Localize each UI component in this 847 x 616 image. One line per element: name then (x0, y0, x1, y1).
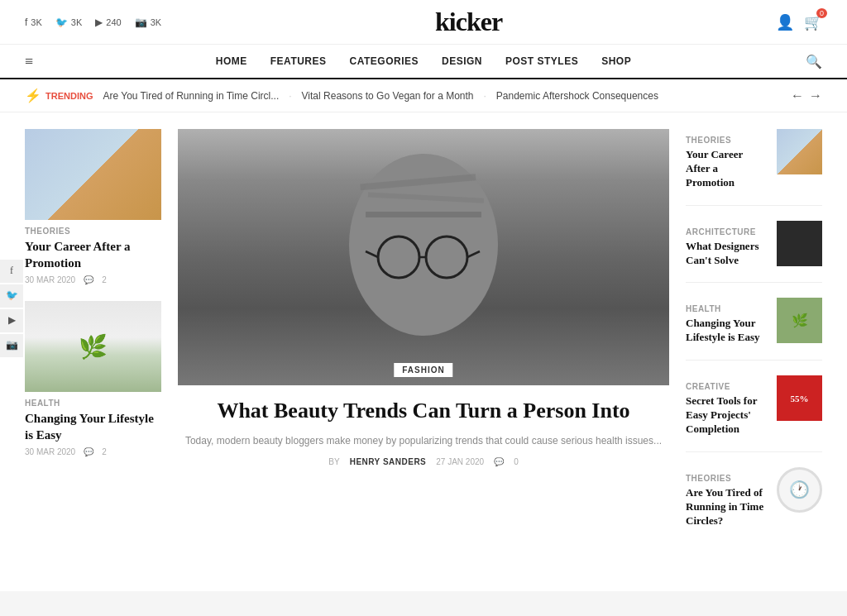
youtube-link[interactable]: ▶ 240 (95, 17, 121, 28)
right-article-2-category: ARCHITECTURE (686, 227, 768, 236)
left-article-2-comments: 2 (102, 447, 107, 456)
main-content: THEORIES Your Career After a Promotion 3… (0, 112, 847, 575)
youtube-icon: ▶ (95, 17, 103, 28)
trending-nav: ← → (791, 88, 822, 103)
feature-title: What Beauty Trends Can Turn a Person Int… (178, 397, 669, 425)
social-float-bar: f 🐦 ▶ 📷 (0, 260, 23, 357)
feature-author-line: BY HENRY SANDERS 27 JAN 2020 💬 0 (178, 457, 669, 466)
left-article-1-title[interactable]: Your Career After a Promotion (25, 239, 161, 271)
feature-comments: 0 (514, 457, 519, 466)
user-icon[interactable]: 👤 (776, 13, 794, 31)
nav-links: HOME FEATURES CATEGORIES DESIGN POST STY… (216, 55, 631, 68)
left-article-2-date: 30 MAR 2020 (25, 447, 75, 456)
right-article-3-image[interactable]: 🌿 (777, 298, 822, 343)
right-article-4-category: CREATIVE (686, 382, 768, 391)
trending-sep-2: · (484, 90, 486, 102)
feature-excerpt: Today, modern beauty bloggers make money… (178, 433, 669, 449)
left-article-2-meta: 30 MAR 2020 💬 2 (25, 447, 161, 456)
left-article-1-date: 30 MAR 2020 (25, 275, 75, 284)
svg-rect-3 (366, 212, 481, 217)
float-instagram[interactable]: 📷 (0, 334, 23, 357)
facebook-icon: f (25, 17, 27, 28)
left-article-2-title[interactable]: Changing Your Lifestyle is Easy (25, 411, 161, 443)
bottom-teaser: 55% CREATIVE Secret Tools for Easy Proje… (0, 591, 847, 616)
right-article-1: THEORIES Your Career After a Promotion (686, 129, 822, 206)
right-article-5-text: THEORIES Are You Tired of Running in Tim… (686, 467, 768, 528)
right-sidebar: THEORIES Your Career After a Promotion A… (686, 129, 822, 558)
right-article-5-image[interactable]: 🕐 (777, 467, 822, 513)
right-article-5-category: THEORIES (686, 474, 768, 483)
search-icon[interactable]: 🔍 (806, 54, 822, 69)
nav-shop[interactable]: SHOP (601, 55, 631, 67)
right-article-4: CREATIVE Secret Tools for Easy Projects'… (686, 375, 822, 452)
left-article-1-meta: 30 MAR 2020 💬 2 (25, 275, 161, 284)
feature-image-wrap: FASHION (178, 129, 669, 385)
facebook-count: 3K (31, 17, 41, 27)
feature-author-name[interactable]: HENRY SANDERS (350, 457, 427, 466)
right-article-1-category: THEORIES (686, 136, 768, 145)
trending-item-3[interactable]: Pandemic Aftershock Consequences (496, 90, 658, 102)
social-links: f 3K 🐦 3K ▶ 240 📷 3K (25, 17, 161, 28)
trending-label: ⚡ TRENDING (25, 88, 93, 103)
youtube-count: 240 (106, 17, 121, 27)
right-article-4-text: CREATIVE Secret Tools for Easy Projects'… (686, 375, 768, 437)
right-article-5: THEORIES Are You Tired of Running in Tim… (686, 467, 822, 543)
top-right-icons: 👤 🛒 0 (776, 13, 822, 31)
site-title: kicker (161, 7, 776, 37)
nav-post-styles[interactable]: POST STYLES (505, 55, 578, 67)
float-youtube[interactable]: ▶ (0, 309, 23, 332)
instagram-count: 3K (151, 17, 161, 27)
trending-text: TRENDING (45, 91, 93, 101)
trending-item-2[interactable]: Vital Reasons to Go Vegan for a Month (302, 90, 474, 102)
left-article-2: 🌿 HEALTH Changing Your Lifestyle is Easy… (25, 301, 161, 456)
left-article-2-image[interactable]: 🌿 (25, 301, 161, 392)
cart-badge: 0 (816, 8, 827, 18)
right-article-3-text: HEALTH Changing Your Lifestyle is Easy (686, 298, 768, 345)
feature-comment-icon: 💬 (494, 457, 504, 466)
right-article-1-text: THEORIES Your Career After a Promotion (686, 129, 768, 190)
right-article-4-title[interactable]: Secret Tools for Easy Projects' Completi… (686, 394, 768, 437)
left-article-2-category: HEALTH (25, 399, 161, 408)
right-article-2: ARCHITECTURE What Designers Can't Solve (686, 221, 822, 284)
float-facebook[interactable]: f (0, 260, 23, 283)
twitter-link[interactable]: 🐦 3K (55, 17, 82, 28)
right-article-4-image[interactable]: 55% (777, 375, 822, 421)
right-article-3: HEALTH Changing Your Lifestyle is Easy 🌿 (686, 298, 822, 361)
feature-date: 27 JAN 2020 (436, 457, 484, 466)
left-article-1: THEORIES Your Career After a Promotion 3… (25, 129, 161, 284)
right-article-1-image[interactable] (777, 129, 822, 174)
center-feature: FASHION What Beauty Trends Can Turn a Pe… (178, 129, 669, 558)
trending-next-button[interactable]: → (809, 88, 822, 103)
nav-features[interactable]: FEATURES (270, 55, 327, 67)
left-article-1-comments: 2 (102, 275, 107, 284)
twitter-count: 3K (71, 17, 82, 27)
top-social-bar: f 3K 🐦 3K ▶ 240 📷 3K kicker 👤 🛒 0 (0, 0, 847, 45)
main-nav: ≡ HOME FEATURES CATEGORIES DESIGN POST S… (0, 45, 847, 79)
trending-bar: ⚡ TRENDING Are You Tired of Running in T… (0, 79, 847, 112)
facebook-link[interactable]: f 3K (25, 17, 42, 28)
feature-face-svg (299, 129, 548, 377)
feature-category-badge: FASHION (394, 363, 452, 377)
right-article-2-image[interactable] (777, 221, 822, 266)
right-article-2-text: ARCHITECTURE What Designers Can't Solve (686, 221, 768, 268)
nav-design[interactable]: DESIGN (442, 55, 482, 67)
comment-icon-2: 💬 (84, 447, 93, 456)
instagram-icon: 📷 (135, 17, 147, 28)
right-article-2-title[interactable]: What Designers Can't Solve (686, 240, 768, 268)
right-article-3-category: HEALTH (686, 304, 768, 313)
trending-item-1[interactable]: Are You Tired of Running in Time Circl..… (103, 90, 279, 102)
right-article-5-title[interactable]: Are You Tired of Running in Time Circles… (686, 486, 768, 528)
trending-prev-button[interactable]: ← (791, 88, 804, 103)
left-article-1-image[interactable] (25, 129, 161, 220)
float-twitter[interactable]: 🐦 (0, 284, 23, 308)
right-article-1-title[interactable]: Your Career After a Promotion (686, 148, 768, 190)
trending-sep-1: · (289, 90, 291, 102)
cart-icon[interactable]: 🛒 0 (804, 13, 822, 31)
instagram-link[interactable]: 📷 3K (135, 17, 161, 28)
trending-dot-icon: ⚡ (25, 88, 41, 103)
right-article-3-title[interactable]: Changing Your Lifestyle is Easy (686, 317, 768, 345)
hamburger-button[interactable]: ≡ (25, 53, 33, 70)
nav-categories[interactable]: CATEGORIES (350, 55, 419, 67)
nav-home[interactable]: HOME (216, 55, 247, 67)
comment-icon-1: 💬 (84, 275, 93, 284)
